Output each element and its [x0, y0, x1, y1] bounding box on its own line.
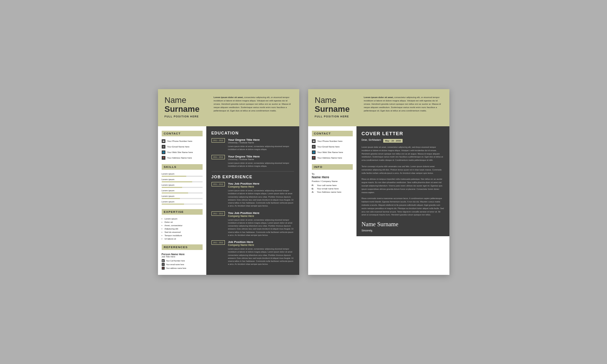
- ref-email-icon: ✉: [162, 263, 165, 266]
- skill-5: Lorem ipsum: [162, 195, 203, 199]
- ref-address-text: Your address name here: [166, 267, 187, 269]
- cover-position: FULL POSITION HERE: [315, 115, 359, 118]
- exp-7: Ut labore et: [162, 238, 203, 240]
- info-section: INFO To Name Here Position / Company Nam…: [312, 164, 353, 193]
- resume-position: FULL POSITION HERE: [165, 115, 209, 118]
- resume-main: EDUCATION 2011 - 2012 Your Degree Title …: [206, 126, 299, 275]
- contact-label: CONTACT: [162, 131, 203, 136]
- cover-header: Name Surname FULL POSITION HERE Lorem ip…: [308, 89, 449, 126]
- skill-name-6: Lorem ipsum: [162, 201, 203, 203]
- resume-header: Name Surname FULL POSITION HERE Lorem ip…: [158, 89, 299, 126]
- last-name: Surname: [165, 105, 209, 114]
- skill-bar-bg-4: [162, 192, 203, 194]
- company-3: Company Name Here: [228, 244, 294, 246]
- job-exp-title: JOB EXPERIENCE: [212, 175, 294, 179]
- cover-contact-label: CONTACT: [312, 131, 353, 136]
- skill-bar-bg-5: [162, 198, 203, 199]
- ref-email: ✉ Your email name here: [162, 263, 203, 266]
- cover-signature: Name Surname Sincerely,: [362, 221, 444, 232]
- edu-item-1: 2011 - 2012 Your Degree Title Here Unive…: [212, 138, 294, 151]
- address-icon: 📍: [162, 156, 165, 160]
- edu-year-2: 2011 - 2012: [212, 155, 225, 159]
- info-address-item: A: Your Address name here: [312, 191, 353, 193]
- info-label: INFO: [312, 164, 353, 170]
- job-year-2: 2011 - 2012: [212, 211, 225, 216]
- skill-name-2: Lorem ipsum: [162, 178, 203, 181]
- cover-email-icon: ✉: [312, 145, 316, 149]
- job-content-2: You Job Position Here Company Name Here …: [228, 211, 294, 237]
- job-item-1: 2011 - 2012 You Job Position Here Compan…: [212, 182, 294, 208]
- skill-name-4: Lorem ipsum: [162, 189, 203, 192]
- contact-email: ✉ Your Email Name here: [162, 145, 203, 149]
- skill-6: Lorem ipsum: [162, 201, 203, 205]
- contact-web: 🌐 Your Web Site Name here: [162, 150, 203, 154]
- resume-sidebar: CONTACT ☎ Your Phone Number here ✉ Your …: [158, 126, 206, 275]
- cover-first-name: Name: [315, 96, 359, 105]
- contact-list: ☎ Your Phone Number here ✉ Your Email Na…: [162, 139, 203, 160]
- expertise-section: EXPERTISE Lorem ipsum Dolor sit Amet, co…: [162, 209, 203, 240]
- ref-person-name: Person Name Here: [162, 253, 203, 256]
- resume-document: Name Surname FULL POSITION HERE Lorem ip…: [158, 89, 299, 275]
- cover-contact-web: 🌐 Your Web Site Name here: [312, 150, 353, 154]
- job-desc-1: Lorem ipsum dolor sit amet, consectetur …: [228, 189, 294, 208]
- cover-last-name: Surname: [315, 105, 359, 114]
- cover-contact-address: 📍 Your Address Name here: [312, 156, 353, 160]
- edu-content-2: Your Degree Title Here University / Inst…: [228, 155, 294, 168]
- cover-body: CONTACT ☎ Your Phone Number here ✉ Your …: [308, 126, 449, 236]
- ref-phone: ☎ Your Call Number here: [162, 259, 203, 262]
- email-icon: ✉: [162, 145, 165, 149]
- ref-email-text: Your email name here: [166, 263, 184, 266]
- ref-address-icon: 📍: [162, 267, 165, 270]
- company-1: Company Name Here: [228, 185, 294, 188]
- degree-title-2: Your Degree Title Here: [228, 155, 294, 158]
- skill-bar-fill-2: [162, 181, 193, 182]
- cover-para-2: Tortor consequi rd porta nibh venenatis …: [362, 165, 444, 175]
- cover-phone-text: Your Phone Number here: [317, 140, 343, 142]
- institute-2: University / Institute Name: [228, 158, 294, 160]
- cover-email-text: Your Email Name here: [317, 146, 340, 148]
- web-icon: 🌐: [162, 150, 165, 154]
- sincerely-text: Sincerely,: [362, 229, 444, 232]
- resume-name-block: Name Surname FULL POSITION HERE: [165, 96, 209, 120]
- ref-phone-icon: ☎: [162, 259, 165, 262]
- skill-bar-bg-6: [162, 204, 203, 205]
- contact-address: 📍 Your Address Name here: [162, 156, 203, 160]
- exp-5: Sed do eiusmod: [162, 231, 203, 233]
- job-year-1: 2011 - 2012: [212, 182, 225, 186]
- skill-bar-bg-3: [162, 187, 203, 188]
- section-divider-1: [212, 171, 294, 172]
- contact-address-text: Your Address Name here: [167, 157, 192, 159]
- cover-web-text: Your Web Site Name here: [317, 151, 343, 153]
- company-2: Company Name Here: [228, 215, 294, 217]
- info-phone-value: Your call name here: [317, 184, 337, 186]
- cover-intro-bold: Lorem ipsum dolor sit amet,: [364, 96, 394, 98]
- exp-4: Adipiscing elit: [162, 228, 203, 230]
- info-name: Name Here: [312, 175, 353, 179]
- first-name: Name: [165, 96, 209, 105]
- degree-title-1: Your Degree Title Here: [228, 138, 294, 142]
- info-position: Position / Company Name: [312, 180, 353, 182]
- edu-content-1: Your Degree Title Here University / Inst…: [228, 138, 294, 151]
- skills-section: SKILLS Lorem ipsum Lorem ipsum Lorem ips…: [162, 164, 203, 205]
- job-item-3: 2011 - 2012 Job Position Here Company Na…: [212, 240, 294, 266]
- info-email-value: Your email name here: [317, 188, 339, 190]
- skill-2: Lorem ipsum: [162, 178, 203, 182]
- references-label: REFERENCES: [162, 244, 203, 250]
- resume-body: CONTACT ☎ Your Phone Number here ✉ Your …: [158, 126, 299, 275]
- cover-para-3: Risus at ultrices mi tempus imperdiet nu…: [362, 178, 444, 194]
- ref-address: 📍 Your address name here: [162, 267, 203, 270]
- skill-bar-bg-2: [162, 181, 203, 182]
- contact-email-text: Your Email Name here: [167, 146, 190, 148]
- skill-name-1: Lorem ipsum: [162, 173, 203, 175]
- cover-para-1: Lorem ipsum dolor sit amet, consectetur …: [362, 146, 444, 162]
- education-title: EDUCATION: [212, 131, 294, 135]
- job-desc-2: Lorem ipsum dolor sit amet, consectetur …: [228, 218, 294, 237]
- job-desc-3: Lorem ipsum dolor sit amet, consectetur …: [228, 247, 294, 266]
- job-item-2: 2011 - 2012 You Job Position Here Compan…: [212, 211, 294, 237]
- cover-intro: Lorem ipsum dolor sit amet, consectetur …: [364, 96, 444, 120]
- edu-desc-1: Lorem ipsum dolor sit amet, consectetur …: [228, 145, 294, 151]
- exp-1: Lorem ipsum: [162, 218, 203, 220]
- intro-rest: consectetur adipiscing elit, or eiusmod …: [214, 96, 291, 112]
- skill-4: Lorem ipsum: [162, 189, 203, 194]
- skill-bar-fill-4: [162, 192, 188, 194]
